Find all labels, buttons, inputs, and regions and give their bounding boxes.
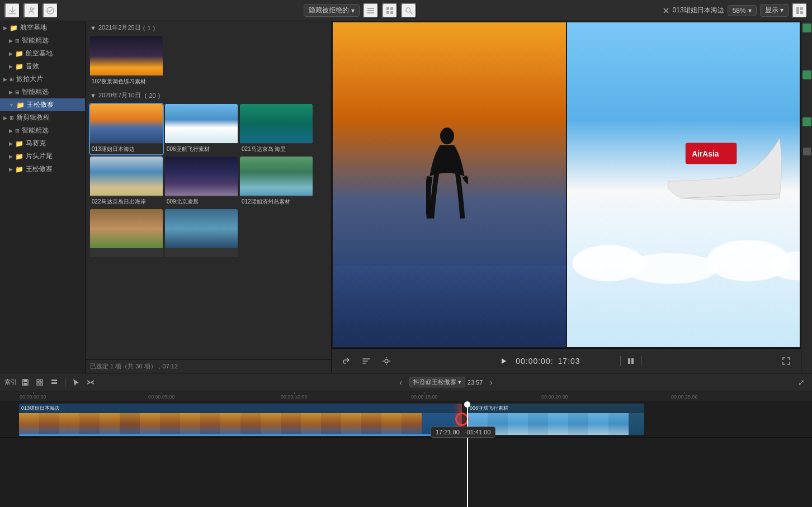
toolbar-center: 隐藏被拒绝的 ▾ bbox=[62, 3, 659, 18]
nav-next-button[interactable]: › bbox=[485, 376, 497, 388]
sidebar-item-label: 智能精选 bbox=[22, 126, 49, 135]
inspector-btn-4[interactable] bbox=[803, 148, 811, 155]
preview-left[interactable] bbox=[333, 22, 566, 347]
media-thumb-021[interactable]: 021马达京岛 海里 bbox=[240, 104, 313, 154]
sidebar-item-hangkongjidi[interactable]: ▶ 📁 航空基地 bbox=[0, 47, 85, 60]
svg-rect-2 bbox=[367, 8, 374, 9]
trim-button[interactable] bbox=[358, 353, 374, 369]
media-thumb-006[interactable]: 006亚航飞行素材 bbox=[165, 104, 238, 154]
browser-status: 已选定 1 项（共 36 项），07:12 bbox=[86, 359, 331, 373]
track-row-main: 013珺姐日本海边 bbox=[0, 401, 812, 438]
sidebar-item-label: 航空基地 bbox=[20, 23, 47, 32]
nav-prev-button[interactable]: ‹ bbox=[395, 376, 407, 388]
timeline-toolbar: 索引 ‹ 抖音@王松傲寨 ▾ bbox=[0, 373, 812, 391]
main-area: ▶ 📁 航空基地 ▶ ⊞ 智能精选 ▶ 📁 航空基地 ▶ 📁 音效 ▶ ⊞ 旅拍… bbox=[0, 21, 812, 373]
list-view-button[interactable] bbox=[363, 3, 379, 18]
toolbar-right: 013珺姐日本海边 58% ▾ 显示 ▾ bbox=[663, 3, 808, 18]
tl-layout-button[interactable] bbox=[48, 376, 60, 388]
check-button[interactable] bbox=[43, 3, 58, 18]
preview-videos: AirAsia bbox=[332, 21, 801, 348]
sidebar-item-wangsongjiaozhu2[interactable]: ▶ 📁 王松傲寨 bbox=[0, 163, 85, 176]
media-thumb-012[interactable]: 012珺姐济州岛素材 bbox=[240, 157, 313, 207]
timecode-display: 00:00:00: bbox=[516, 357, 553, 366]
import-button[interactable] bbox=[4, 3, 20, 18]
layout-button[interactable] bbox=[792, 3, 808, 18]
sidebar-item-wangsongjiaozhu[interactable]: ▼ 📁 王松傲寨 bbox=[0, 98, 85, 111]
folder-icon: 📁 bbox=[15, 50, 23, 58]
sidebar-item-zhinengjingxuan2[interactable]: ▶ ⊞ 智能精选 bbox=[0, 86, 85, 98]
tl-save-button[interactable] bbox=[19, 376, 31, 388]
arrow-icon: ▼ bbox=[9, 102, 14, 108]
reconnect-button[interactable] bbox=[23, 3, 39, 18]
svg-point-9 bbox=[406, 8, 410, 12]
tl-add-button[interactable] bbox=[34, 376, 46, 388]
sidebar-item-hangjikongji[interactable]: ▶ 📁 航空基地 bbox=[0, 21, 85, 34]
fullscreen-button[interactable] bbox=[778, 353, 794, 369]
sidebar-item-zhinengjingxuan3[interactable]: ▶ ⊞ 智能精选 bbox=[0, 124, 85, 137]
timeline-toolbar-left: 索引 bbox=[4, 376, 97, 388]
display-chevron-icon: ▾ bbox=[780, 6, 783, 14]
timeline-playhead[interactable] bbox=[467, 401, 468, 507]
timeline-tracks[interactable]: 17:21.00 -01:41.00 013珺姐日本海边 bbox=[0, 401, 812, 507]
media-thumb-009[interactable]: 009北京凌晨 bbox=[165, 157, 238, 207]
ruler-tick-4: 00:00:20:00 bbox=[541, 394, 568, 400]
filter-button[interactable]: 隐藏被拒绝的 ▾ bbox=[304, 4, 360, 17]
thumb-label: 012珺姐济州岛素材 bbox=[240, 197, 313, 207]
sidebar-item-masaike[interactable]: ▶ 📁 马赛克 bbox=[0, 137, 85, 150]
inspector-btn-3[interactable] bbox=[802, 117, 811, 126]
tl-trim-button[interactable] bbox=[84, 376, 97, 388]
tool-button[interactable] bbox=[379, 353, 394, 369]
play-button[interactable] bbox=[495, 353, 511, 369]
preview-right[interactable]: AirAsia bbox=[567, 22, 800, 347]
display-label: 显示 bbox=[765, 6, 778, 14]
svg-rect-28 bbox=[40, 380, 43, 382]
display-button[interactable]: 显示 ▾ bbox=[760, 4, 789, 17]
sidebar-item-label: 航空基地 bbox=[26, 49, 53, 58]
sidebar-item-zhinengjingxuan[interactable]: ▶ ⊞ 智能精选 bbox=[0, 34, 85, 47]
svg-rect-29 bbox=[37, 383, 39, 385]
media-thumb-022[interactable]: 022马达京岛日出海岸 bbox=[90, 157, 163, 207]
ruler-tick-3: 00:00:15:00 bbox=[411, 394, 438, 400]
date-group-1[interactable]: ▼ 2021年2月25日 (1) bbox=[86, 21, 331, 34]
clip-013-beach[interactable]: 013珺姐日本海边 bbox=[19, 404, 462, 435]
svg-rect-30 bbox=[40, 383, 43, 385]
inspector-btn-1[interactable] bbox=[802, 23, 811, 32]
svg-rect-31 bbox=[51, 380, 57, 381]
tick-label: 00:00:10:00 bbox=[281, 394, 308, 400]
share-button[interactable] bbox=[338, 353, 354, 369]
tick-label: 00:00:00:00 bbox=[20, 394, 46, 400]
sidebar-item-piantoupianwei[interactable]: ▶ 📁 片头片尾 bbox=[0, 150, 85, 163]
svg-rect-8 bbox=[390, 11, 393, 14]
svg-rect-23 bbox=[631, 358, 634, 364]
zoom-chevron-icon: ▾ bbox=[748, 7, 752, 15]
media-thumb-extra2[interactable] bbox=[165, 209, 238, 259]
project-name-dropdown[interactable]: 抖音@王松傲寨 ▾ bbox=[409, 377, 465, 387]
tl-select-button[interactable] bbox=[70, 376, 82, 388]
sidebar-item-yinxiao[interactable]: ▶ 📁 音效 bbox=[0, 60, 85, 73]
svg-point-0 bbox=[30, 8, 32, 10]
ruler-tick-2: 00:00:10:00 bbox=[281, 394, 308, 400]
media-thumb-102[interactable]: 102夜景调色练习素材 bbox=[90, 36, 163, 87]
zoom-button[interactable]: 58% ▾ bbox=[728, 5, 757, 16]
svg-rect-32 bbox=[51, 382, 57, 384]
media-grid-2: 013珺姐日本海边 006亚航飞行素材 021马达京岛 海里 022马达京岛日出… bbox=[86, 102, 331, 262]
date-group-2[interactable]: ▼ 2020年7月10日 (20) bbox=[86, 89, 331, 102]
zoom-label: 58% bbox=[733, 7, 746, 15]
clip-label: 006亚航飞行素材 bbox=[468, 404, 644, 413]
grid-view-button[interactable] bbox=[382, 3, 398, 18]
sidebar-item-label: 新剪辑教程 bbox=[16, 113, 50, 122]
pause-button[interactable] bbox=[623, 353, 639, 369]
fullscreen-tl-button[interactable]: ⤢ bbox=[795, 376, 808, 388]
thumb-label: 021马达京岛 海里 bbox=[240, 144, 313, 154]
media-thumb-013[interactable]: 013珺姐日本海边 bbox=[90, 104, 163, 154]
media-thumb-extra1[interactable] bbox=[90, 209, 163, 259]
timecode-main: 17:03 bbox=[558, 357, 580, 366]
timeline-ruler: 00:00:00:00 00:00:05:00 00:00:10:00 00:0… bbox=[0, 391, 812, 401]
svg-rect-11 bbox=[800, 7, 803, 10]
sidebar-item-lvpaidapian[interactable]: ▶ ⊞ 旅拍大片 bbox=[0, 73, 85, 86]
right-inspector bbox=[801, 21, 812, 373]
svg-rect-27 bbox=[37, 380, 39, 382]
inspector-btn-2[interactable] bbox=[802, 70, 811, 79]
sidebar-item-xinjianjiancheng[interactable]: ▶ ⊞ 新剪辑教程 bbox=[0, 111, 85, 124]
search-button[interactable] bbox=[401, 3, 417, 18]
